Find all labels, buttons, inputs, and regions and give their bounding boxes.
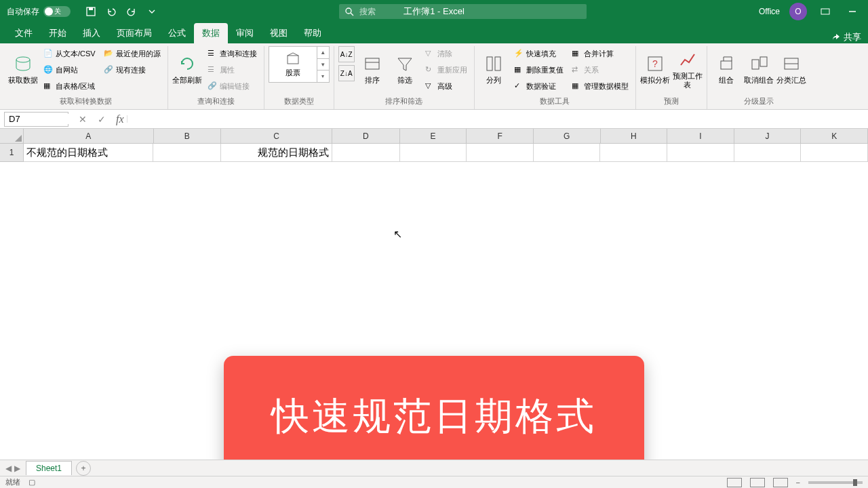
properties-button[interactable]: ☰属性 [205, 62, 260, 77]
cell-B1[interactable] [153, 144, 221, 162]
data-types-gallery[interactable]: 股票 ▲ ▼ ▾ [269, 46, 330, 83]
cell-A1[interactable]: 不规范的日期格式 [24, 144, 153, 162]
from-web-button[interactable]: 🌐自网站 [41, 62, 98, 77]
remove-duplicates-button[interactable]: ▦删除重复值 [511, 62, 566, 77]
page-layout-view-icon[interactable] [750, 478, 765, 487]
tab-review[interactable]: 审阅 [228, 23, 262, 43]
name-box[interactable]: ▼ [4, 112, 68, 127]
sheet-tab[interactable]: Sheet1 [26, 461, 72, 475]
col-header-H[interactable]: H [601, 129, 668, 143]
text-to-columns-button[interactable]: 分列 [479, 46, 509, 94]
group-button[interactable]: 组合 [711, 46, 741, 94]
page-break-view-icon[interactable] [773, 478, 788, 487]
relationships-button[interactable]: ⇄关系 [569, 62, 631, 77]
undo-icon[interactable] [106, 6, 117, 17]
cell-J1[interactable] [734, 144, 802, 162]
consolidate-button[interactable]: ▦合并计算 [569, 46, 631, 61]
col-header-K[interactable]: K [801, 129, 868, 143]
svg-rect-8 [366, 58, 379, 69]
reapply-button[interactable]: ↻重新应用 [422, 62, 470, 77]
forecast-sheet-button[interactable]: 预测工作表 [673, 46, 703, 94]
flash-fill-icon: ⚡ [514, 49, 524, 58]
tab-insert[interactable]: 插入 [75, 23, 108, 43]
cell-I1[interactable] [667, 144, 734, 162]
zoom-slider[interactable] [808, 481, 863, 484]
cell-G1[interactable] [534, 144, 601, 162]
tab-view[interactable]: 视图 [262, 23, 296, 43]
tab-page-layout[interactable]: 页面布局 [108, 23, 160, 43]
account-name[interactable]: Office [759, 7, 780, 16]
sort-asc-icon[interactable]: A↓Z [338, 46, 355, 62]
get-data-button[interactable]: 获取数据 [8, 46, 38, 94]
edit-links-icon: 🔗 [208, 81, 217, 91]
gallery-up-icon[interactable]: ▲ [317, 47, 329, 59]
recent-sources-button[interactable]: 📂最近使用的源 [101, 46, 163, 61]
cell-C1[interactable]: 规范的日期格式 [221, 144, 332, 162]
select-all-corner[interactable] [0, 129, 24, 143]
avatar[interactable]: O [789, 3, 807, 20]
existing-connections-button[interactable]: 🔗现有连接 [101, 62, 163, 77]
macro-record-icon[interactable]: ▢ [28, 478, 35, 487]
col-header-G[interactable]: G [534, 129, 601, 143]
tab-data[interactable]: 数据 [194, 23, 228, 43]
from-text-csv-button[interactable]: 📄从文本/CSV [41, 46, 98, 61]
refresh-all-button[interactable]: 全部刷新 [172, 46, 202, 94]
col-header-F[interactable]: F [467, 129, 534, 143]
col-header-A[interactable]: A [24, 129, 153, 143]
sheet-prev-icon[interactable]: ◀ [5, 464, 12, 473]
col-header-C[interactable]: C [221, 129, 332, 143]
search-input[interactable] [359, 7, 581, 16]
cell-F1[interactable] [467, 144, 534, 162]
qat-customize-icon[interactable] [146, 6, 157, 17]
edit-links-button[interactable]: 🔗编辑链接 [205, 79, 260, 94]
gallery-more-icon[interactable]: ▾ [317, 70, 329, 82]
normal-view-icon[interactable] [727, 478, 742, 487]
cell-E1[interactable] [400, 144, 467, 162]
flash-fill-button[interactable]: ⚡快速填充 [511, 46, 566, 61]
save-icon[interactable] [85, 6, 96, 17]
tab-formulas[interactable]: 公式 [160, 23, 194, 43]
filter-button[interactable]: 筛选 [390, 46, 420, 94]
whatif-button[interactable]: ? 模拟分析 [640, 46, 670, 94]
sort-desc-icon[interactable]: Z↓A [338, 65, 355, 81]
from-table-button[interactable]: ▦自表格/区域 [41, 79, 98, 94]
tab-file[interactable]: 文件 [7, 23, 41, 43]
tab-home[interactable]: 开始 [41, 23, 75, 43]
sort-button[interactable]: 排序 [357, 46, 387, 94]
name-box-input[interactable] [5, 114, 127, 124]
data-validation-button[interactable]: ✓数据验证 [511, 79, 566, 94]
redo-icon[interactable] [126, 6, 137, 17]
queries-connections-button[interactable]: ☰查询和连接 [205, 46, 260, 61]
zoom-out-icon[interactable]: − [796, 479, 800, 487]
col-header-B[interactable]: B [154, 129, 222, 143]
cell-H1[interactable] [600, 144, 667, 162]
cancel-icon[interactable]: ✕ [77, 114, 89, 125]
autosave-toggle[interactable]: 自动保存 关 [7, 6, 71, 18]
clear-icon: ▽ [425, 49, 435, 58]
advanced-filter-button[interactable]: ▽高级 [422, 79, 470, 94]
col-header-J[interactable]: J [734, 129, 802, 143]
ribbon-display-icon[interactable] [816, 3, 834, 20]
formula-input[interactable] [128, 112, 868, 127]
clear-filter-button[interactable]: ▽清除 [422, 46, 470, 61]
add-sheet-button[interactable]: + [76, 461, 91, 476]
enter-icon[interactable]: ✓ [96, 114, 108, 125]
group-sort-filter: A↓Z Z↓A 排序 筛选 ▽清除 ↻重新应用 ▽高级 排序和筛选 [334, 46, 475, 109]
fx-icon[interactable]: fx [116, 113, 124, 125]
col-header-E[interactable]: E [400, 129, 467, 143]
sheet-next-icon[interactable]: ▶ [14, 464, 20, 473]
sort-icon [363, 54, 382, 73]
search-box[interactable] [339, 4, 587, 19]
minimize-icon[interactable] [844, 3, 861, 20]
manage-data-model-button[interactable]: ▦管理数据模型 [569, 79, 631, 94]
col-header-D[interactable]: D [332, 129, 400, 143]
subtotal-button[interactable]: 分类汇总 [776, 46, 806, 94]
row-header[interactable]: 1 [0, 144, 24, 162]
col-header-I[interactable]: I [667, 129, 734, 143]
gallery-down-icon[interactable]: ▼ [317, 59, 329, 71]
tab-help[interactable]: 帮助 [296, 23, 330, 43]
share-button[interactable]: 共享 [831, 31, 868, 43]
cell-K1[interactable] [801, 144, 868, 162]
cell-D1[interactable] [332, 144, 400, 162]
ungroup-button[interactable]: 取消组合 [744, 46, 774, 94]
